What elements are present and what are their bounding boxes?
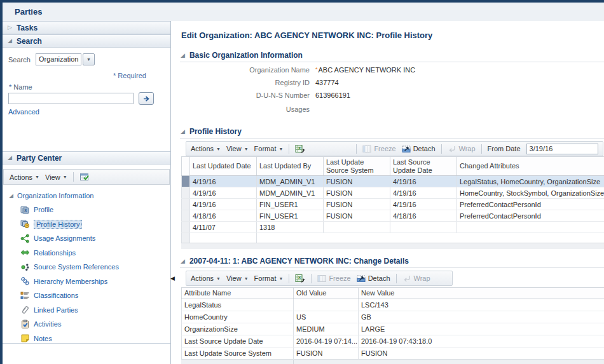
table-row[interactable]: LegalStatus LSC/143	[182, 299, 604, 311]
search-type-dropdown-button[interactable]: ▼	[83, 53, 95, 65]
column-header[interactable]: New Value	[359, 288, 604, 299]
actions-menu[interactable]: Actions▼	[191, 274, 221, 282]
detach-button[interactable]: Detach	[357, 274, 390, 283]
cell: MDM_ADMIN_V1	[257, 187, 324, 199]
party-center-panel-header[interactable]: ◢ Party Center	[3, 151, 170, 165]
usage-assignments-icon	[20, 234, 30, 243]
export-to-excel-button[interactable]: X	[295, 274, 305, 283]
column-header[interactable]: Last Source Update Date	[390, 157, 457, 176]
tree-item-hierarchy-memberships[interactable]: Hierarchy Memberships	[3, 274, 170, 289]
cell: 4/19/16	[390, 199, 457, 210]
wrap-icon	[402, 274, 411, 283]
column-header[interactable]: Last Updated By	[257, 157, 324, 176]
search-panel-header[interactable]: ◢ Search	[3, 34, 170, 48]
tree-item-profile-history[interactable]: Profile History	[3, 217, 170, 232]
freeze-icon	[362, 145, 371, 153]
section-divider	[180, 62, 604, 62]
tasks-panel-title: Tasks	[17, 24, 38, 32]
expanded-triangle-icon: ◢	[181, 259, 185, 264]
cell: 4/19/16	[190, 176, 257, 187]
profile-history-icon	[20, 219, 30, 229]
row-selector	[182, 199, 190, 210]
column-header[interactable]: Last Updated Date	[190, 157, 257, 176]
detach-button[interactable]: Detach	[402, 145, 436, 153]
table-row[interactable]: 4/18/16 FIN_USER1 FUSION 4/18/16 Preferr…	[182, 210, 604, 222]
change-details-section-header[interactable]: ◢ 2007-04-11: 1: ABC AGENCY NETWORK INC:…	[181, 257, 409, 266]
cell: FIN_USER1	[257, 199, 324, 210]
table-row[interactable]: HomeCountry US GB	[182, 311, 604, 323]
tree-item-classifications[interactable]: Classifications	[3, 288, 170, 303]
select-node-button[interactable]	[79, 172, 90, 182]
basic-info-section-header[interactable]: ◢ Basic Organization Information	[181, 51, 303, 60]
freeze-button[interactable]: Freeze	[362, 145, 395, 153]
tree-item-source-system-references[interactable]: Source System References	[3, 260, 170, 274]
tree-item-activities[interactable]: Activities	[3, 317, 170, 332]
search-type-select[interactable]: Organization	[36, 53, 81, 65]
table-row[interactable]: Last Source Update Date 2016-04-19 07:14…	[182, 335, 604, 347]
party-center-tree: ◢ Organization Information 8 Profile Pro…	[3, 189, 170, 346]
field-usages: Usages	[181, 105, 537, 113]
party-center-panel-title: Party Center	[17, 154, 62, 163]
change-details-toolbar: Actions▼ View▼ Format▼ X Freeze Detach W…	[186, 271, 453, 286]
tree-item-label: Source System References	[34, 263, 119, 271]
table-row[interactable]: 4/19/16 MDM_ADMIN_V1 FUSION 4/19/16 Home…	[182, 187, 604, 199]
table-row[interactable]: Last Update Source System FUSION FUSION	[182, 347, 604, 360]
cell: GB	[359, 311, 604, 323]
cell: 2016-04-19 07:43:18.0	[359, 335, 604, 347]
cell: LegalStatus, HomeCountry, OrganizationSi…	[457, 176, 604, 187]
wrap-button[interactable]: Wrap	[448, 145, 476, 153]
from-date-label: From Date	[488, 145, 521, 152]
wrap-button[interactable]: Wrap	[402, 274, 430, 283]
party-center-view-menu[interactable]: View▼	[45, 173, 67, 181]
splitter-collapse-icon[interactable]: ◀	[170, 275, 175, 281]
section-divider	[180, 138, 604, 139]
export-to-excel-button[interactable]: X	[295, 144, 305, 154]
column-header[interactable]: Changed Attributes	[457, 157, 604, 176]
column-header[interactable]: Attribute Name	[182, 288, 294, 299]
tree-item-usage-assignments[interactable]: Usage Assignments	[3, 231, 170, 246]
table-row[interactable]: OrganizationSize MEDIUM LARGE	[182, 323, 604, 335]
search-type-value: Organization	[39, 55, 78, 63]
cell: MDM_ADMIN_V1	[257, 176, 324, 187]
actions-menu[interactable]: Actions▼	[191, 145, 221, 152]
table-row[interactable]: 4/19/16 MDM_ADMIN_V1 FUSION 4/19/16 Lega…	[182, 176, 604, 187]
search-go-button[interactable]	[139, 92, 154, 105]
table-header-row: Attribute Name Old Value New Value	[182, 288, 604, 299]
cell: FUSION	[324, 176, 390, 187]
export-excel-icon: X	[295, 144, 305, 154]
hierarchy-memberships-icon	[20, 276, 30, 286]
advanced-search-link[interactable]: Advanced	[8, 108, 39, 116]
profile-history-section-header[interactable]: ◢ Profile History	[181, 127, 242, 136]
tree-item-relationships[interactable]: Relationships	[3, 246, 170, 260]
view-menu[interactable]: View▼	[226, 145, 249, 152]
name-input[interactable]	[8, 93, 134, 104]
freeze-button[interactable]: Freeze	[317, 274, 350, 283]
source-system-references-icon	[20, 262, 30, 272]
view-menu[interactable]: View▼	[226, 274, 249, 282]
table-row[interactable]: 4/19/16 FIN_USER1 FUSION 4/19/16 Preferr…	[182, 199, 604, 210]
tree-item-profile[interactable]: 8 Profile	[3, 203, 170, 217]
detach-icon	[357, 274, 366, 283]
go-arrow-icon	[142, 95, 151, 103]
cell: FUSION	[324, 210, 390, 222]
cell: 4/18/16	[190, 210, 257, 222]
party-center-actions-menu[interactable]: Actions▼	[10, 173, 39, 181]
tree-item-linked-parties[interactable]: Linked Parties	[3, 303, 170, 318]
column-header[interactable]: Last Update Source System	[324, 157, 390, 176]
table-row[interactable]: 4/11/07 1318	[182, 222, 604, 233]
tree-node-organization-information[interactable]: ◢ Organization Information	[3, 189, 170, 203]
toolbar-separator	[289, 274, 289, 283]
page-header-title: Parties	[15, 7, 42, 17]
format-menu[interactable]: Format▼	[254, 274, 284, 282]
tasks-panel-header[interactable]: ▷ Tasks	[3, 21, 170, 34]
format-menu[interactable]: Format▼	[254, 145, 284, 152]
toolbar-separator	[396, 274, 397, 283]
chevron-down-icon: ▼	[244, 276, 249, 281]
linked-parties-icon	[20, 305, 30, 314]
tree-item-label: Notes	[34, 335, 52, 342]
chevron-down-icon: ▼	[63, 175, 67, 179]
column-header[interactable]: Old Value	[294, 288, 359, 299]
from-date-input[interactable]	[526, 144, 598, 154]
toolbar-separator	[73, 172, 74, 182]
expanded-triangle-icon: ◢	[9, 193, 13, 199]
